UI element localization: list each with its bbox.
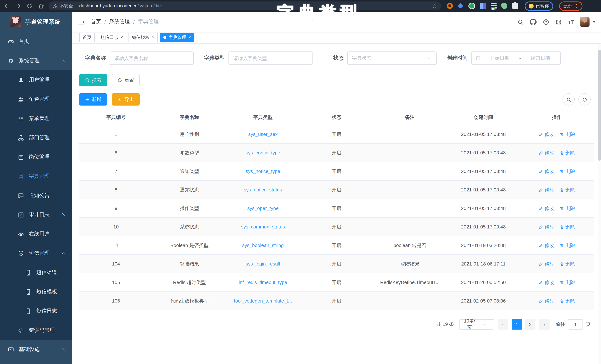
url-bar[interactable]: 不安全 dashboard.yudao.iocoder.cn/system/di… bbox=[49, 1, 441, 10]
edit-button[interactable]: 修改 bbox=[539, 131, 554, 138]
extension-icon[interactable] bbox=[468, 3, 475, 9]
delete-button[interactable]: 删除 bbox=[560, 186, 575, 193]
sidebar-item[interactable]: 字典管理 bbox=[0, 167, 72, 186]
sidebar-item[interactable]: 在线用户 bbox=[0, 224, 72, 244]
dict-type-link[interactable]: sys_notice_status bbox=[226, 181, 300, 199]
update-button[interactable]: 更新 ⋮ bbox=[559, 1, 582, 10]
sidebar-item[interactable]: 部门管理 bbox=[0, 128, 72, 147]
delete-button[interactable]: 删除 bbox=[560, 149, 575, 156]
sidebar-item[interactable]: 审计日志 bbox=[0, 205, 72, 224]
sidebar-item[interactable]: 角色管理 bbox=[0, 90, 72, 109]
extension-icon[interactable] bbox=[447, 3, 453, 9]
fullscreen-icon[interactable] bbox=[555, 19, 562, 25]
sidebar-item[interactable]: 菜单管理 bbox=[0, 109, 72, 128]
scrollbar-thumb[interactable] bbox=[598, 50, 601, 161]
dict-type-link[interactable]: sys_oper_type bbox=[226, 199, 300, 217]
dict-type-link[interactable]: sys_config_type bbox=[226, 144, 300, 162]
close-icon[interactable]: × bbox=[189, 35, 191, 40]
edit-button[interactable]: 修改 bbox=[539, 186, 554, 193]
search-button[interactable]: 搜索 bbox=[79, 74, 107, 86]
dict-name-input[interactable] bbox=[110, 51, 194, 65]
close-icon[interactable]: × bbox=[152, 35, 154, 40]
home-icon[interactable] bbox=[38, 3, 44, 9]
user-avatar[interactable] bbox=[580, 17, 590, 27]
bookmark-star-icon[interactable]: ☆ bbox=[432, 3, 437, 9]
dict-type-link[interactable]: tool_codegen_template_t... bbox=[226, 292, 300, 310]
scrollbar[interactable] bbox=[598, 24, 601, 364]
delete-button[interactable]: 删除 bbox=[560, 279, 575, 286]
sidebar-item[interactable]: 通知公告 bbox=[0, 186, 72, 205]
delete-button[interactable]: 删除 bbox=[560, 261, 575, 267]
browser-menu-icon[interactable]: ⋮ bbox=[574, 3, 579, 9]
delete-button[interactable]: 删除 bbox=[560, 298, 575, 304]
dict-type-input[interactable] bbox=[229, 51, 312, 65]
delete-button[interactable]: 删除 bbox=[560, 242, 575, 249]
edit-button[interactable]: 修改 bbox=[539, 149, 554, 156]
tab-item[interactable]: 字典管理 × bbox=[160, 33, 194, 42]
sidebar-item[interactable]: 短信渠道 bbox=[0, 263, 72, 282]
extensions-puzzle-icon[interactable] bbox=[512, 3, 518, 9]
paused-badge[interactable]: 已暂停 bbox=[525, 1, 553, 10]
toggle-search-button[interactable] bbox=[562, 93, 575, 106]
tab-home[interactable]: 首页 bbox=[79, 33, 95, 42]
dict-type-link[interactable]: sys_notice_type bbox=[226, 162, 300, 180]
breadcrumb-system[interactable]: 系统管理 bbox=[109, 19, 130, 25]
security-warning[interactable]: 不安全 bbox=[53, 3, 73, 9]
tab-item[interactable]: 短信日志 × bbox=[97, 33, 126, 42]
sidebar-logo-row[interactable]: 芋道管理系统 bbox=[0, 12, 72, 32]
delete-button[interactable]: 删除 bbox=[560, 205, 575, 212]
help-icon[interactable] bbox=[543, 19, 549, 25]
page-size-select[interactable]: 10条/页 bbox=[459, 319, 494, 330]
export-button[interactable]: 导出 bbox=[112, 93, 140, 106]
sidebar-item[interactable]: 短信日志 bbox=[0, 301, 72, 321]
sidebar-item[interactable]: 首页 bbox=[0, 32, 72, 51]
edit-button[interactable]: 修改 bbox=[539, 205, 554, 212]
hamburger-icon[interactable] bbox=[78, 18, 85, 25]
sidebar-item[interactable]: 错误码管理 bbox=[0, 321, 72, 340]
caret-down-icon[interactable]: ▾ bbox=[593, 20, 595, 24]
edit-button[interactable]: 修改 bbox=[539, 168, 554, 175]
page-button-1[interactable]: 1 bbox=[512, 319, 522, 330]
sidebar-item[interactable]: 基础设施 bbox=[0, 340, 72, 359]
date-range-picker[interactable]: 开始日期 ~ 结束日期 bbox=[471, 51, 561, 65]
dict-type-link[interactable]: sys_common_status bbox=[226, 218, 300, 236]
forward-icon[interactable] bbox=[15, 3, 21, 9]
prev-page-button[interactable]: ‹ bbox=[498, 319, 508, 330]
dict-type-link[interactable]: inf_redis_timeout_type bbox=[226, 273, 300, 292]
edit-button[interactable]: 修改 bbox=[539, 261, 554, 267]
delete-button[interactable]: 删除 bbox=[560, 131, 575, 138]
extension-icon[interactable] bbox=[501, 3, 507, 9]
delete-button[interactable]: 删除 bbox=[560, 223, 575, 230]
breadcrumb-home[interactable]: 首页 bbox=[91, 19, 101, 25]
extension-icon[interactable]: on bbox=[491, 3, 497, 9]
close-icon[interactable]: × bbox=[120, 35, 123, 40]
font-size-icon[interactable]: тT bbox=[568, 19, 574, 25]
edit-button[interactable]: 修改 bbox=[539, 298, 554, 304]
delete-button[interactable]: 删除 bbox=[560, 168, 575, 175]
reset-button[interactable]: 重置 bbox=[112, 74, 140, 86]
edit-button[interactable]: 修改 bbox=[539, 279, 554, 286]
back-icon[interactable] bbox=[4, 3, 10, 9]
sidebar-item[interactable]: 系统管理 bbox=[0, 51, 72, 70]
goto-page-input[interactable] bbox=[568, 319, 583, 330]
dict-type-link[interactable]: sys_user_sex bbox=[226, 125, 300, 143]
add-button[interactable]: 新增 bbox=[79, 93, 107, 106]
edit-button[interactable]: 修改 bbox=[539, 223, 554, 230]
sidebar-item[interactable]: 岗位管理 bbox=[0, 147, 72, 167]
reload-icon[interactable] bbox=[27, 3, 33, 9]
page-button-2[interactable]: 2 bbox=[525, 319, 535, 330]
next-page-button[interactable]: › bbox=[539, 319, 550, 330]
tab-item[interactable]: 短信模板 × bbox=[129, 33, 158, 42]
github-icon[interactable] bbox=[530, 19, 537, 25]
dict-type-link[interactable]: sys_boolean_string bbox=[226, 236, 300, 254]
header-search-icon[interactable] bbox=[517, 19, 524, 25]
extension-icon[interactable] bbox=[480, 3, 486, 9]
status-select[interactable]: 字典状态 bbox=[347, 51, 437, 65]
dict-type-link[interactable]: sys_login_result bbox=[226, 255, 300, 273]
edit-button[interactable]: 修改 bbox=[539, 242, 554, 249]
refresh-table-button[interactable] bbox=[578, 93, 591, 106]
extension-icon[interactable] bbox=[458, 3, 464, 9]
sidebar-item[interactable]: 短信模板 bbox=[0, 282, 72, 301]
sidebar-item[interactable]: 用户管理 bbox=[0, 70, 72, 90]
sidebar-item[interactable]: 短信管理 bbox=[0, 244, 72, 263]
